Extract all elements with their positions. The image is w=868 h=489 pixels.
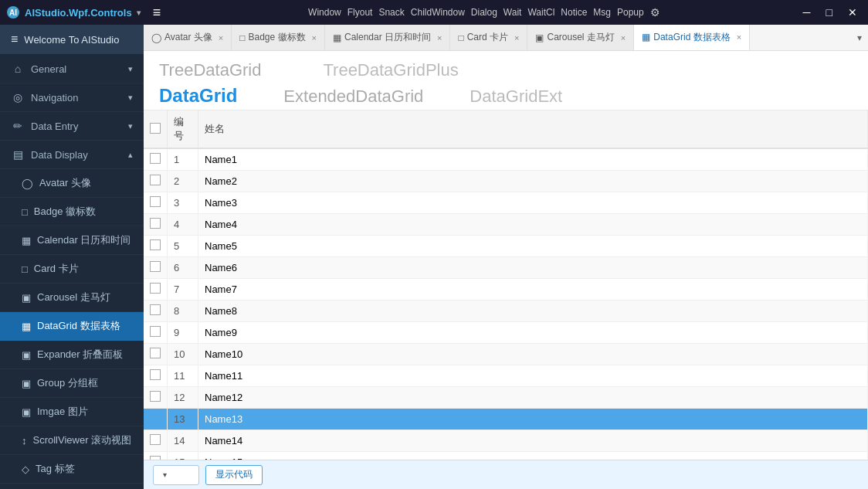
sidebar-welcome[interactable]: ≡ Welcome To AIStudio — [0, 25, 144, 55]
row-num: 7 — [168, 279, 198, 301]
menu-window[interactable]: Window — [308, 7, 341, 18]
table-row[interactable]: 8Name8 — [144, 301, 868, 322]
menu-snack[interactable]: Snack — [378, 7, 404, 18]
menu-waitcl[interactable]: WaitCl — [527, 7, 554, 18]
tab-calendar-close[interactable]: × — [437, 33, 442, 42]
bottom-bar: ▾ 显示代码 — [144, 460, 868, 489]
tab-card-close[interactable]: × — [514, 33, 519, 42]
header-checkbox[interactable] — [150, 123, 161, 134]
tab-avatar-close[interactable]: × — [219, 33, 223, 42]
row-checkbox[interactable] — [150, 413, 161, 423]
table-row[interactable]: 12Name12 — [144, 387, 868, 409]
row-checkbox[interactable] — [150, 196, 161, 207]
tab-datagrid-close[interactable]: × — [737, 32, 741, 42]
table-row[interactable]: 4Name4 — [144, 214, 868, 236]
sidebar-item-data-display[interactable]: ▤ Data Display ▴ — [0, 141, 144, 169]
row-checkbox[interactable] — [150, 434, 161, 445]
table-row[interactable]: 3Name3 — [144, 192, 868, 214]
sidebar-item-calendar[interactable]: ▦ Calendar 日历和时间 — [0, 226, 144, 255]
close-button[interactable]: ✕ — [843, 5, 862, 20]
title-menu[interactable]: ≡ — [150, 5, 164, 21]
table-row[interactable]: 2Name2 — [144, 171, 868, 192]
table-row[interactable]: 6Name6 — [144, 257, 868, 279]
hamburger-icon[interactable]: ≡ — [150, 5, 164, 21]
menu-flyout[interactable]: Flyout — [348, 7, 373, 18]
bottom-dropdown[interactable]: ▾ — [153, 465, 199, 485]
table-row[interactable]: 15Name15 — [144, 452, 868, 460]
tab-carousel[interactable]: ▣ Carousel 走马灯 × — [527, 25, 634, 51]
sidebar-item-navigation[interactable]: ◎ Navigation ▾ — [0, 83, 144, 112]
window-controls: ─ □ ✕ — [798, 5, 862, 20]
sidebar-item-badge[interactable]: □ Badge 徽标数 — [0, 198, 144, 226]
badge-icon: □ — [22, 206, 28, 218]
menu-childwindow[interactable]: ChildWindow — [411, 7, 465, 18]
row-checkbox[interactable] — [150, 326, 161, 337]
tab-more-button[interactable]: ▾ — [851, 25, 868, 51]
datagrid-table-container[interactable]: 编号 姓名 1Name12Name23Name34Name45Name56Nam… — [144, 110, 868, 460]
image-icon: ▣ — [22, 406, 31, 418]
tab-badge-close[interactable]: × — [312, 33, 317, 42]
table-row[interactable]: 5Name5 — [144, 236, 868, 257]
row-num: 8 — [168, 301, 198, 322]
table-row[interactable]: 7Name7 — [144, 279, 868, 301]
show-code-button[interactable]: 显示代码 — [205, 465, 263, 485]
menu-msg[interactable]: Msg — [593, 7, 611, 18]
tab-card[interactable]: □ Card 卡片 × — [450, 25, 527, 51]
sidebar-item-expander[interactable]: ▣ Expander 折叠面板 — [0, 341, 144, 369]
tab-avatar[interactable]: ◯ Avatar 头像 × — [144, 25, 232, 51]
sidebar-general-label: General — [31, 63, 66, 75]
sidebar-item-tabs[interactable]: □ Tabs 标签页 — [0, 484, 144, 489]
row-name: Name7 — [198, 279, 868, 301]
menu-dialog[interactable]: Dialog — [471, 7, 497, 18]
table-row[interactable]: 11Name11 — [144, 365, 868, 387]
row-checkbox[interactable] — [150, 369, 161, 380]
sidebar-item-group[interactable]: ▣ Group 分组框 — [0, 369, 144, 398]
menu-notice[interactable]: Notice — [561, 7, 587, 18]
sidebar-item-carousel[interactable]: ▣ Carousel 走马灯 — [0, 284, 144, 312]
row-name: Name6 — [198, 257, 868, 279]
row-checkbox[interactable] — [150, 239, 161, 250]
sidebar-item-data-entry[interactable]: ✏ Data Entry ▾ — [0, 112, 144, 141]
sidebar-item-tag[interactable]: ◇ Tag 标签 — [0, 455, 144, 484]
calendar-icon: ▦ — [22, 235, 31, 246]
sidebar-hamburger-icon: ≡ — [11, 32, 18, 46]
table-row[interactable]: 14Name14 — [144, 430, 868, 452]
row-checkbox[interactable] — [150, 153, 161, 164]
menu-wait[interactable]: Wait — [504, 7, 522, 18]
settings-icon[interactable]: ⚙ — [650, 6, 660, 19]
sidebar-item-avatar[interactable]: ◯ Avatar 头像 — [0, 169, 144, 198]
logo-arrow[interactable]: ▾ — [137, 8, 141, 17]
tab-carousel-close[interactable]: × — [621, 33, 626, 42]
row-checkbox[interactable] — [150, 175, 161, 185]
tab-card-label: Card 卡片 — [467, 31, 508, 44]
row-checkbox[interactable] — [150, 348, 161, 358]
row-name: Name2 — [198, 171, 868, 192]
sidebar-carousel-label: Carousel 走马灯 — [37, 290, 110, 304]
app-logo[interactable]: AI AIStudio.Wpf.Controls ▾ — [6, 5, 141, 19]
sidebar-badge-label: Badge 徽标数 — [34, 205, 96, 219]
row-name: Name9 — [198, 322, 868, 344]
sidebar-item-scrollviewer[interactable]: ↕ ScrollViewer 滚动视图 — [0, 426, 144, 455]
minimize-button[interactable]: ─ — [798, 5, 815, 20]
row-checkbox[interactable] — [150, 391, 161, 402]
row-checkbox[interactable] — [150, 304, 161, 315]
sidebar-item-general[interactable]: ⌂ General ▾ — [0, 55, 144, 83]
table-row[interactable]: 10Name10 — [144, 344, 868, 365]
row-checkbox[interactable] — [150, 283, 161, 294]
table-row[interactable]: 13Name13 — [144, 409, 868, 430]
row-checkbox[interactable] — [150, 261, 161, 272]
tab-datagrid[interactable]: ▦ DataGrid 数据表格 × — [634, 25, 750, 51]
row-checkbox[interactable] — [150, 456, 161, 460]
tab-calendar[interactable]: ▦ Calendar 日历和时间 × — [325, 25, 450, 51]
row-checkbox[interactable] — [150, 218, 161, 229]
table-row[interactable]: 1Name1 — [144, 148, 868, 171]
sidebar-item-card[interactable]: □ Card 卡片 — [0, 255, 144, 284]
col-header-name: 姓名 — [198, 110, 868, 148]
menu-popup[interactable]: Popup — [617, 7, 644, 18]
table-row[interactable]: 9Name9 — [144, 322, 868, 344]
maximize-button[interactable]: □ — [822, 5, 837, 20]
row-name: Name1 — [198, 148, 868, 171]
tab-badge[interactable]: □ Badge 徽标数 × — [232, 25, 325, 51]
sidebar-item-datagrid[interactable]: ▦ DataGrid 数据表格 — [0, 312, 144, 341]
sidebar-item-imgae[interactable]: ▣ Imgae 图片 — [0, 398, 144, 426]
